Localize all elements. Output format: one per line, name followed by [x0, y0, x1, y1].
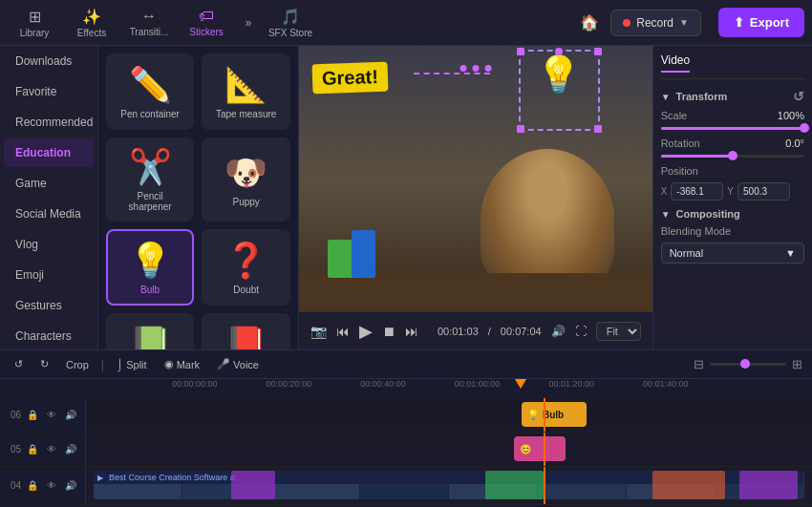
blend-dropdown-icon: ▼	[785, 247, 796, 259]
scale-label: Scale	[661, 110, 688, 121]
export-button[interactable]: ⬆ Export	[718, 8, 804, 37]
pos-x-label: X	[661, 186, 668, 197]
volume-button[interactable]: 🔊	[551, 325, 566, 338]
pencil-sharpener-emoji: ✂️	[129, 147, 172, 187]
track-04-visible[interactable]: 👁	[44, 478, 59, 494]
bulb-emoji: 💡	[129, 241, 172, 281]
sfx-icon: 🎵	[281, 8, 300, 26]
sidebar-item-education[interactable]: Education	[4, 138, 94, 167]
scale-row: Scale 100%	[661, 110, 804, 121]
transform-title: Transform	[676, 91, 728, 102]
sticker-book1[interactable]: 📗 Book 1	[106, 313, 195, 349]
segment-purple	[231, 471, 275, 499]
mark-button[interactable]: ◉ Mark	[160, 356, 204, 372]
export-icon: ⬆	[734, 15, 744, 30]
sticker-doubt[interactable]: ❓ Doubt	[202, 229, 290, 306]
doubt-emoji: ❓	[224, 241, 267, 281]
sticker-book2[interactable]: 📕 Book 2	[202, 313, 290, 349]
zoom-slider[interactable]	[710, 363, 786, 366]
prev-button[interactable]: ⏮	[336, 324, 350, 339]
selection-box	[519, 50, 600, 131]
track-05-visible[interactable]: 👁	[44, 442, 59, 457]
track-04-controls: 04 🔒 👁 🔊	[0, 467, 86, 504]
voice-icon: 🎤	[217, 358, 230, 370]
voice-button[interactable]: 🎤 Voice	[212, 356, 264, 372]
sidebar-item-recommended[interactable]: Recommended	[4, 108, 94, 137]
toolbar-transitions[interactable]: ↔ Transiti...	[122, 4, 176, 42]
sticker-pencil-sharpener[interactable]: ✂️ Pencil sharpener	[106, 137, 195, 222]
pencil-sharpener-label: Pencil sharpener	[116, 191, 185, 212]
track-06-content[interactable]: 💡 Bulb	[86, 398, 812, 432]
sidebar-item-game[interactable]: Game	[4, 169, 94, 198]
track-04-audio[interactable]: 🔊	[63, 478, 78, 494]
rotation-slider[interactable]	[661, 155, 804, 158]
more-tools-button[interactable]: »	[237, 11, 260, 34]
sticker-puppy[interactable]: 🐶 Puppy	[202, 137, 290, 222]
track-05-audio[interactable]: 🔊	[63, 442, 78, 457]
compositing-toggle[interactable]: ▼	[661, 209, 671, 220]
track-06-number: 06	[6, 410, 21, 420]
screenshot-button[interactable]: 📷	[310, 324, 327, 339]
track-04-content[interactable]: ▶ Best Course Creation Software a...	[86, 467, 812, 504]
blend-mode-dropdown[interactable]: Normal ▼	[661, 243, 804, 264]
crop-button[interactable]: Crop	[61, 357, 94, 372]
video-controls: 📷 ⏮ ▶ ⏹ ⏭ 00:01:03 / 00:07:04 🔊 ⛶ Fit	[299, 311, 652, 349]
zoom-in-button[interactable]: ⊞	[792, 357, 802, 371]
track-06-lock[interactable]: 🔒	[25, 408, 40, 423]
track-chip-bulb[interactable]: 💡 Bulb	[522, 402, 587, 427]
undo-button[interactable]: ↺	[10, 356, 28, 372]
video-area[interactable]: Great! 💡	[299, 46, 652, 311]
great-sticker: Great!	[311, 62, 388, 95]
sidebar-item-vlog[interactable]: Vlog	[4, 230, 94, 259]
sidebar-item-downloads[interactable]: Downloads	[4, 47, 94, 75]
track-05-lock[interactable]: 🔒	[25, 442, 40, 457]
tab-video[interactable]: Video	[661, 53, 690, 73]
home-icon[interactable]: 🏠	[580, 13, 599, 32]
toolbar-library[interactable]: ⊞ Library	[8, 4, 61, 42]
transform-toggle[interactable]: ▼	[661, 92, 671, 102]
toolbar-sfx[interactable]: 🎵 SFX Store	[264, 4, 317, 42]
sidebar-item-emoji[interactable]: Emoji	[4, 261, 94, 289]
pos-y-input[interactable]	[737, 182, 790, 201]
pos-x-input[interactable]	[671, 182, 723, 201]
time-total: 00:07:04	[501, 326, 542, 337]
stop-button[interactable]: ⏹	[382, 324, 395, 339]
scale-slider[interactable]	[661, 127, 804, 130]
stickers-icon: 🏷	[199, 8, 214, 25]
track-chip-emoji[interactable]: 😊	[514, 436, 565, 461]
track-06-visible[interactable]: 👁	[44, 408, 59, 423]
video-preview: Great! 💡	[299, 46, 652, 349]
puppy-emoji: 🐶	[224, 153, 267, 193]
redo-button[interactable]: ↻	[35, 356, 53, 372]
sidebar-item-social-media[interactable]: Social Media	[4, 200, 94, 228]
compositing-title: Compositing	[676, 208, 740, 220]
track-06-audio[interactable]: 🔊	[63, 408, 78, 423]
transitions-icon: ↔	[141, 8, 157, 25]
sidebar-item-gestures[interactable]: Gestures	[4, 291, 94, 320]
record-dropdown-icon: ▼	[679, 17, 689, 28]
transform-reset-button[interactable]: ↺	[793, 89, 804, 104]
sidebar-item-characters[interactable]: Characters	[4, 322, 94, 349]
sticker-bulb[interactable]: 💡 Bulb	[106, 229, 195, 306]
fullscreen-button[interactable]: ⛶	[575, 325, 587, 338]
track-04-lock[interactable]: 🔒	[25, 478, 40, 494]
sidebar-item-favorite[interactable]: Favorite	[4, 77, 94, 106]
toolbar-effects[interactable]: ✨ Effects	[65, 4, 118, 42]
split-button[interactable]: ⌡ Split	[112, 356, 152, 373]
pos-y-label: Y	[727, 186, 734, 197]
record-button[interactable]: Record ▼	[610, 10, 701, 36]
sticker-tape-measure[interactable]: 📐 Tape measure	[202, 53, 290, 130]
track-05-content[interactable]: 😊	[86, 433, 812, 466]
position-label: Position	[661, 165, 698, 177]
track-row-05: 05 🔒 👁 🔊 😊	[0, 433, 812, 467]
tape-measure-emoji: 📐	[224, 65, 267, 105]
next-button[interactable]: ⏭	[405, 324, 418, 339]
rotation-row: Rotation 0.0°	[661, 137, 804, 149]
toolbar-stickers[interactable]: 🏷 Stickers	[180, 4, 233, 42]
fit-select[interactable]: Fit	[596, 322, 641, 341]
sticker-pen-container[interactable]: ✏️ Pen container	[106, 53, 195, 130]
zoom-out-button[interactable]: ⊟	[694, 357, 704, 371]
mark-icon: ◉	[164, 358, 174, 370]
doubt-label: Doubt	[233, 285, 259, 295]
play-button[interactable]: ▶	[359, 321, 373, 342]
